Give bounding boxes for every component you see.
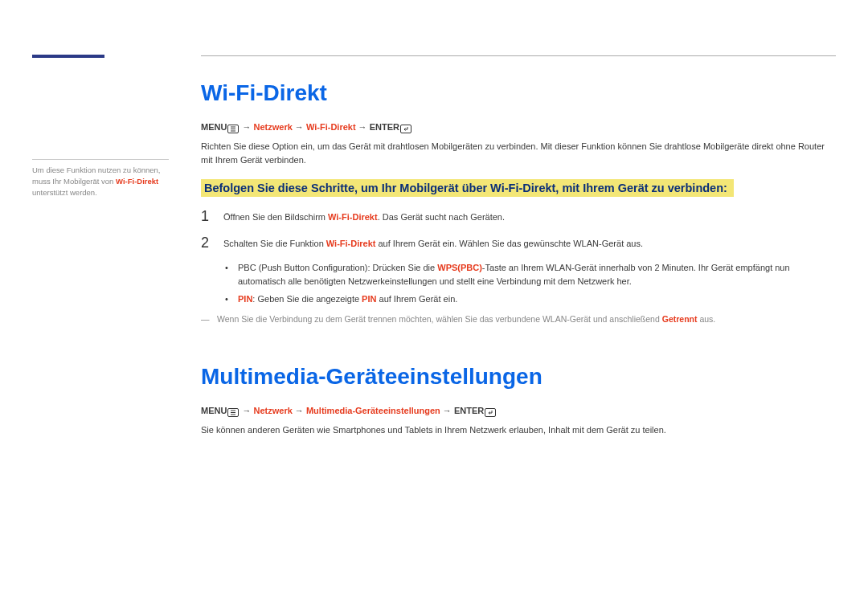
step-2: 2 Schalten Sie die Funktion Wi-Fi-Direkt… [201,235,836,251]
menu-icon [227,123,240,133]
section-multimedia: Multimedia-Geräteeinstellungen MENU → Ne… [201,364,836,437]
footnote-post: aus. [698,314,716,324]
bullet-pin: • PIN: Geben Sie die angezeigte PIN auf … [225,292,836,306]
crumb-arrow3: → [356,122,370,132]
enter-icon [399,123,412,133]
step-2-post: auf Ihrem Gerät ein. Wählen Sie das gewü… [375,239,643,248]
highlight-text: Befolgen Sie diese Schritte, um Ihr Mobi… [201,179,734,197]
breadcrumb-wifi: MENU → Netzwerk → Wi-Fi-Direkt → ENTER [201,122,836,133]
crumb-arrow4: → [240,406,253,415]
step-1-hl: Wi-Fi-Direkt [328,212,378,222]
bullet-marker: • [225,292,230,306]
bullet-list: • PBC (Push Button Configuration): Drück… [225,261,836,306]
header-rule [201,55,836,56]
highlight-instruction: Befolgen Sie diese Schritte, um Ihr Mobi… [201,179,836,208]
footnote-dash: ― [201,314,212,324]
bullet2-hl2: PIN [362,294,376,304]
step-1-number: 1 [201,208,212,225]
section-title-wifi: Wi-Fi-Direkt [201,80,836,106]
footnote-hl: Getrennt [662,314,698,324]
crumb-arrow6: → [440,406,454,415]
crumb-arrow1: → [240,122,253,132]
multimedia-body: Sie können anderen Geräten wie Smartphon… [201,423,836,437]
bullet-pbc-text: PBC (Push Button Configuration): Drücken… [238,261,836,288]
step-2-number: 2 [201,235,212,251]
step-2-pre: Schalten Sie die Funktion [223,239,326,248]
step-1-body: Öffnen Sie den Bildschirm Wi-Fi-Direkt. … [223,208,505,225]
step-1: 1 Öffnen Sie den Bildschirm Wi-Fi-Direkt… [201,208,836,225]
crumb-multimedia: Multimedia-Geräteeinstellungen [306,406,440,415]
section-title-multimedia: Multimedia-Geräteeinstellungen [201,364,836,390]
enter-icon [484,407,497,417]
crumb-wifi: Wi-Fi-Direkt [306,122,356,132]
header-accent [32,55,104,58]
sidebar-highlight: Wi-Fi-Direkt [116,177,158,186]
bullet-marker: • [225,261,230,288]
crumb-netzwerk2: Netzwerk [254,406,293,415]
intro-text: Richten Sie diese Option ein, um das Ger… [201,140,836,166]
main-content: Wi-Fi-Direkt MENU → Netzwerk → Wi-Fi-Dir… [201,80,836,449]
footnote: ― Wenn Sie die Verbindung zu dem Gerät t… [201,314,836,324]
bullet2-post: auf Ihrem Gerät ein. [376,294,457,304]
step-2-body: Schalten Sie die Funktion Wi-Fi-Direkt a… [223,235,643,251]
crumb-menu2: MENU [201,406,227,415]
step-1-post: . Das Gerät sucht nach Geräten. [378,212,505,222]
bullet1-hl: WPS(PBC) [437,263,482,272]
bullet2-mid: : Geben Sie die angezeigte [252,294,362,304]
step-1-pre: Öffnen Sie den Bildschirm [223,212,328,222]
crumb-enter: ENTER [370,122,399,132]
crumb-menu: MENU [201,122,227,132]
bullet2-hl1: PIN [238,294,252,304]
crumb-arrow5: → [293,406,306,415]
crumb-arrow2: → [293,122,306,132]
crumb-netzwerk: Netzwerk [254,122,293,132]
step-2-hl: Wi-Fi-Direkt [326,239,376,248]
footnote-pre: Wenn Sie die Verbindung zu dem Gerät tre… [217,314,662,324]
sidebar-text-post: unterstützt werden. [32,188,97,197]
bullet1-pre: PBC (Push Button Configuration): Drücken… [238,263,437,272]
footnote-text: Wenn Sie die Verbindung zu dem Gerät tre… [217,314,715,324]
bullet-pin-text: PIN: Geben Sie die angezeigte PIN auf Ih… [238,292,457,306]
breadcrumb-multimedia: MENU → Netzwerk → Multimedia-Geräteeinst… [201,406,836,417]
sidebar-note: Um diese Funktion nutzen zu können, muss… [32,159,169,198]
crumb-enter2: ENTER [454,406,484,415]
menu-icon [227,407,240,417]
bullet-pbc: • PBC (Push Button Configuration): Drück… [225,261,836,288]
